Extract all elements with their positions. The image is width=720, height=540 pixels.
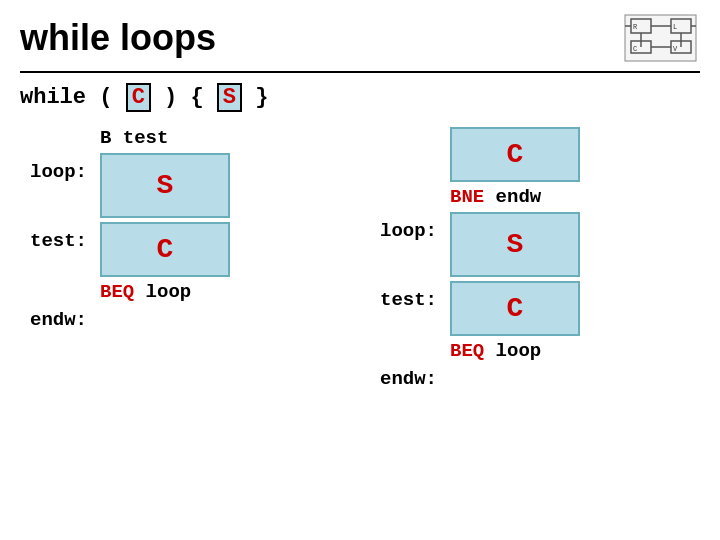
svg-text:C: C <box>633 45 637 53</box>
s-letter-left: S <box>157 170 174 201</box>
bne-keyword: BNE <box>450 186 484 208</box>
svg-text:L: L <box>673 23 677 31</box>
page-title: while loops <box>20 17 216 59</box>
test-label-right: test: <box>380 281 450 311</box>
brace-open: { <box>190 85 203 110</box>
c-letter-right: C <box>507 293 524 324</box>
test-c-row-left: test: C <box>30 222 360 277</box>
circuit-icon: R L C V <box>620 10 700 65</box>
main-content: B test loop: S test: C <box>20 127 700 390</box>
svg-rect-0 <box>625 15 696 61</box>
top-c-box-right: C <box>450 127 580 182</box>
syntax-s-box: S <box>217 83 242 112</box>
page: while loops R L C V wh <box>0 0 720 540</box>
b-test-row: B test <box>30 127 360 149</box>
loop-label-right: loop: <box>380 212 450 242</box>
beq-instr-right: BEQ loop <box>450 340 541 362</box>
paren-close: ) <box>164 85 190 110</box>
bne-endw-row: BNE endw <box>380 186 700 208</box>
while-keyword: while <box>20 85 86 110</box>
loop-s-row-right: loop: S <box>380 212 700 277</box>
bne-instr: BNE endw <box>450 186 541 208</box>
syntax-line: while ( C ) { S } <box>20 83 700 112</box>
title-bar: while loops R L C V <box>20 10 700 73</box>
right-column: C BNE endw loop: S tes <box>360 127 700 390</box>
c-letter-left: C <box>157 234 174 265</box>
beq-instr-left: BEQ loop <box>100 281 191 303</box>
s-letter-right: S <box>507 229 524 260</box>
c-box-right: C <box>450 281 580 336</box>
test-c-row-right: test: C <box>380 281 700 336</box>
paren-open: ( <box>99 85 112 110</box>
endw-label-right: endw: <box>380 368 700 390</box>
endw-label-left: endw: <box>30 309 360 331</box>
beq-loop-row-right: BEQ loop <box>380 340 700 362</box>
loop-s-row: loop: S <box>30 153 360 218</box>
s-box-left: S <box>100 153 230 218</box>
left-column: B test loop: S test: C <box>20 127 360 390</box>
beq-keyword-left: BEQ <box>100 281 134 303</box>
loop-label-left: loop: <box>30 153 100 183</box>
c-box-left: C <box>100 222 230 277</box>
beq-keyword-right: BEQ <box>450 340 484 362</box>
test-label-left: test: <box>30 222 100 252</box>
top-c-letter: C <box>507 139 524 170</box>
syntax-c-box: C <box>126 83 151 112</box>
b-test-label: B test <box>100 127 168 149</box>
beq-loop-row-left: BEQ loop <box>30 281 360 303</box>
s-box-right: S <box>450 212 580 277</box>
brace-close: } <box>255 85 268 110</box>
top-c-row: C <box>380 127 700 182</box>
